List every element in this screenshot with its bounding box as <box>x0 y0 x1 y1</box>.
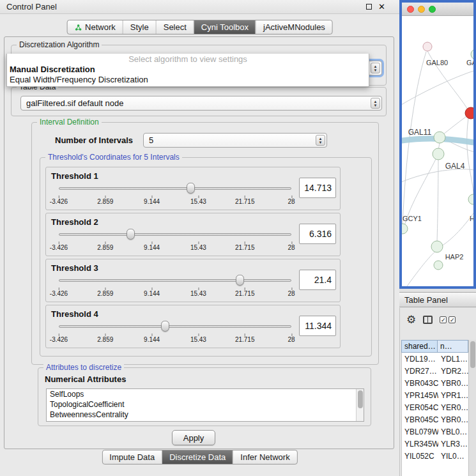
threshold-1-panel: Threshold 1 -3.426 2.859 9.144 15.43 21.… <box>45 167 341 210</box>
cell[interactable]: YIL052C <box>402 450 438 462</box>
popup-option-manual-discretization[interactable]: Manual Discretization <box>7 65 369 75</box>
tab-discretize-data[interactable]: Discretize Data <box>162 450 233 464</box>
threshold-2-value-field[interactable] <box>299 224 336 244</box>
cell[interactable]: YIL0… <box>438 450 468 462</box>
float-window-icon[interactable] <box>366 4 372 10</box>
threshold-4-value-field[interactable] <box>299 316 336 336</box>
tab-cyni-toolbox[interactable]: Cyni Toolbox <box>194 20 256 34</box>
threshold-2-slider[interactable] <box>59 229 291 240</box>
table-row[interactable]: YBR043CYBR0… <box>402 377 468 389</box>
network-node[interactable] <box>471 49 473 59</box>
zoom-traffic-light[interactable] <box>429 6 436 13</box>
tab-label: Infer Network <box>240 452 289 462</box>
slider-thumb[interactable] <box>236 275 244 286</box>
network-node[interactable] <box>434 261 443 270</box>
tab-infer-network[interactable]: Infer Network <box>233 450 296 464</box>
cell[interactable]: YDL19… <box>402 353 438 365</box>
tab-jactivemnodules[interactable]: jActiveMNodules <box>256 20 332 34</box>
threshold-3-value-field[interactable] <box>299 270 336 290</box>
network-node[interactable] <box>433 148 444 160</box>
network-nodes[interactable] <box>402 42 473 270</box>
slider-track[interactable] <box>59 233 291 236</box>
tick-label: -3.426 <box>50 290 68 297</box>
cell[interactable]: YDR27… <box>402 365 438 377</box>
tick-label: 21.715 <box>235 290 255 297</box>
table-data-combobox[interactable]: galFiltered.sif default node <box>20 96 382 111</box>
list-item[interactable]: BetweennessCentrality <box>47 410 364 420</box>
tick-label: 15.43 <box>190 198 206 205</box>
table-row[interactable]: YER054CYER0… <box>402 401 468 413</box>
table-scrollbar[interactable] <box>468 340 476 476</box>
network-node[interactable] <box>434 132 445 143</box>
slider-thumb[interactable] <box>127 229 135 240</box>
table-row[interactable]: YDR27…YDR2… <box>402 365 468 377</box>
cell[interactable]: YBR043C <box>402 377 438 389</box>
cell[interactable]: YBR0… <box>438 413 468 426</box>
table-row[interactable]: YPR145WYPR1… <box>402 389 468 401</box>
numerical-attributes-list[interactable]: SelfLoops TopologicalCoefficient Between… <box>46 388 364 422</box>
column-header-name[interactable]: n… <box>438 340 468 353</box>
table-row[interactable]: YDL19…YDL1… <box>402 353 468 365</box>
list-item[interactable]: SelfLoops <box>47 389 364 399</box>
close-traffic-light[interactable] <box>407 6 414 13</box>
cell[interactable]: YBR045C <box>402 413 438 426</box>
slider-thumb[interactable] <box>161 321 169 332</box>
slider-track[interactable] <box>59 187 291 190</box>
table-row[interactable]: YBR045CYBR0… <box>402 413 468 426</box>
cell[interactable]: YBL0… <box>438 426 468 438</box>
tick-label: 9.144 <box>144 244 160 251</box>
cell[interactable]: YPR1… <box>438 389 468 401</box>
tab-network[interactable]: Network <box>67 20 123 34</box>
threshold-4-slider[interactable] <box>59 321 291 332</box>
cell[interactable]: YPR145W <box>402 389 438 401</box>
cell[interactable]: YBL079W <box>402 426 438 438</box>
table-row[interactable]: YLR345WYLR3… <box>402 438 468 450</box>
gear-icon[interactable] <box>406 313 416 326</box>
slider-thumb[interactable] <box>187 183 195 194</box>
network-node[interactable] <box>468 194 473 204</box>
cell[interactable]: YER054C <box>402 401 438 413</box>
cell[interactable]: YDL1… <box>438 353 468 365</box>
close-icon[interactable]: ✕ <box>378 2 385 12</box>
columns-icon[interactable] <box>423 316 433 324</box>
tab-style[interactable]: Style <box>123 20 156 34</box>
list-item[interactable]: TopologicalCoefficient <box>47 399 364 410</box>
network-node[interactable] <box>423 42 432 51</box>
cell[interactable]: YER0… <box>438 401 468 413</box>
apply-button[interactable]: Apply <box>172 430 215 445</box>
cell[interactable]: YBR0… <box>438 377 468 389</box>
table-row[interactable]: YIL052CYIL0… <box>402 450 468 462</box>
cell[interactable]: YLR3… <box>438 438 468 450</box>
tick-label: 2.859 <box>97 198 113 205</box>
list-scrollbar[interactable] <box>356 389 364 421</box>
checkbox-icon[interactable] <box>449 316 456 323</box>
minimize-traffic-light[interactable] <box>418 6 425 13</box>
tab-impute-data[interactable]: Impute Data <box>102 450 162 464</box>
popup-option-equal-width-frequency[interactable]: Equal Width/Frequency Discretization <box>7 75 369 85</box>
tab-label: Cyni Toolbox <box>201 22 249 32</box>
threshold-3-slider[interactable] <box>59 275 291 286</box>
network-node-selected[interactable] <box>465 107 473 119</box>
threshold-1-value-field[interactable] <box>299 178 336 198</box>
table-row[interactable]: YBL079WYBL0… <box>402 426 468 438</box>
cell[interactable]: YLR345W <box>402 438 438 450</box>
tick-label: 9.144 <box>144 336 160 343</box>
numerical-attributes-label: Numerical Attributes <box>45 374 126 384</box>
network-canvas[interactable]: GAL80 GA GAL11 GAL4 GCY1 HAP2 H <box>402 16 473 286</box>
column-header-shared-name[interactable]: shared… <box>401 340 438 353</box>
scrollbar-thumb[interactable] <box>470 341 475 368</box>
node-label: H <box>470 215 473 222</box>
checkbox-icon[interactable] <box>440 316 447 323</box>
network-node[interactable] <box>431 241 443 252</box>
combobox-arrows-icon[interactable] <box>371 63 380 73</box>
slider-track[interactable] <box>59 279 291 282</box>
combobox-arrows-icon[interactable] <box>371 98 380 109</box>
threshold-1-slider[interactable] <box>59 183 291 194</box>
num-intervals-combobox[interactable]: 5 <box>143 133 327 148</box>
network-node[interactable] <box>402 224 408 234</box>
cell[interactable]: YDR2… <box>438 365 468 377</box>
slider-track[interactable] <box>59 325 291 328</box>
combobox-arrows-icon[interactable] <box>316 135 325 146</box>
tab-select[interactable]: Select <box>156 20 194 34</box>
scrollbar-thumb[interactable] <box>358 390 363 408</box>
